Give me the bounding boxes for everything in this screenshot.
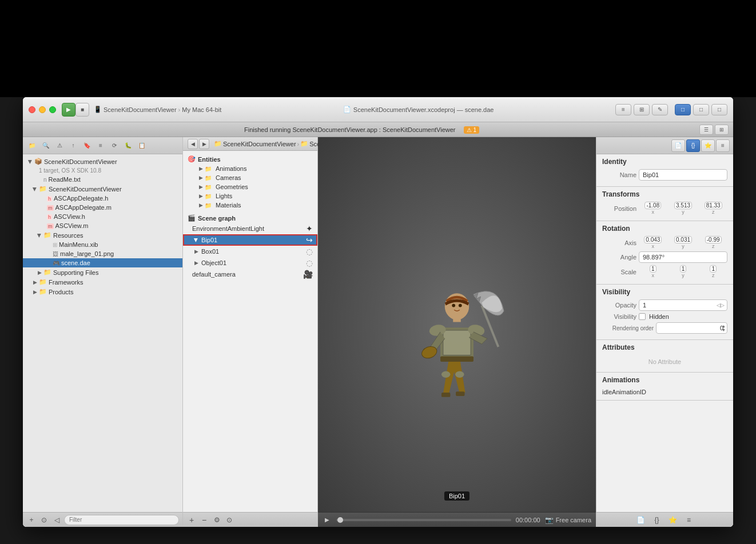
svg-rect-9 [441, 393, 450, 397]
stepper-down[interactable]: ▼ [722, 328, 726, 332]
angle-value[interactable]: 98.897° [639, 251, 727, 263]
inspector-tab-json[interactable]: {} [686, 139, 700, 152]
tree-item-ascview-m[interactable]: ▶ m ASCView.m [23, 221, 182, 230]
scene-item-defaultcamera[interactable]: default_camera 🎥 [183, 269, 317, 280]
stepper-up[interactable]: ▲ [722, 324, 726, 328]
warning-btn[interactable]: ⚠ [54, 140, 65, 151]
vp-play-btn[interactable]: ▶ [323, 515, 332, 525]
svg-point-12 [455, 371, 464, 378]
pos-x-label: x [652, 209, 655, 215]
axis-z-value[interactable]: -0.99 [705, 236, 722, 243]
animation-item-idle: idleAnimationID [602, 387, 727, 397]
vp-scrubber-handle[interactable] [337, 517, 343, 523]
tree-item-ascappdelegate-h[interactable]: ▶ h ASCAppDelegate.h [23, 194, 182, 203]
inspector-bottom-list[interactable]: ≡ [683, 514, 695, 526]
add-file-btn[interactable]: + [26, 515, 37, 525]
tree-item-malepng[interactable]: ▶ 🖼 male_large_01.png [23, 249, 182, 258]
tree-item-project[interactable]: ▶ 📦 SceneKitDocumentViewer [23, 157, 182, 166]
bookmark-btn[interactable]: 🔖 [81, 140, 93, 151]
tree-item-ascview-h[interactable]: ▶ h ASCView.h [23, 212, 182, 221]
tree-item-frameworks[interactable]: ▶ 📁 Frameworks [23, 277, 182, 287]
stop-button[interactable]: ■ [75, 103, 89, 117]
history-btn[interactable]: ⟳ [109, 140, 120, 151]
rotation-section: Rotation Axis 0.043 x [596, 221, 733, 285]
warning-badge[interactable]: ⚠ 1 [464, 126, 479, 134]
scene-item-environment[interactable]: EnvironmentAmbientLight ✦ [183, 223, 317, 234]
inspector-bottom-json[interactable]: {} [651, 514, 663, 526]
axis-y-value[interactable]: 0.031 [674, 236, 692, 243]
view-btn-1[interactable]: ☰ [699, 125, 713, 135]
tree-item-group[interactable]: ▶ 📁 SceneKitDocumentViewer [23, 184, 182, 194]
scene-geometries[interactable]: ▶ 📁 Geometries [183, 182, 317, 191]
tree-item-ascappdelegate-m[interactable]: ▶ m ASCAppDelegate.m [23, 203, 182, 212]
scene-item-bip01[interactable]: ▶ Bip01 ↪ [183, 234, 317, 246]
name-value[interactable]: Bip01 [639, 169, 727, 181]
scene-item-object01[interactable]: ▶ Object01 ◌ [183, 257, 317, 269]
search-btn[interactable]: 🔍 [40, 140, 51, 151]
tree-item-resources[interactable]: ▶ 📁 Resources [23, 230, 182, 240]
maximize-button[interactable] [49, 106, 56, 113]
debug-btn[interactable]: 🐛 [122, 140, 134, 151]
breadcrumb-forward[interactable]: ▶ [199, 139, 209, 149]
inspector-tab-list[interactable]: ≡ [716, 139, 730, 152]
breadcrumb-back[interactable]: ◀ [188, 139, 198, 149]
vp-scrubber[interactable] [336, 519, 511, 521]
scene-cameras[interactable]: ▶ 📁 Cameras [183, 173, 317, 182]
animations-title: Animations [602, 376, 727, 384]
view-btn-2[interactable]: ⊞ [715, 125, 729, 135]
rendering-order-value[interactable]: 0 ▲ ▼ [656, 322, 727, 334]
pos-z-value[interactable]: 81.33 [705, 202, 722, 209]
scale-x-value[interactable]: 1 [650, 265, 656, 273]
close-button[interactable] [29, 106, 35, 113]
ascview-m-icon: m [47, 222, 54, 229]
filter-btn[interactable]: ≡ [95, 140, 106, 151]
axis-x-value[interactable]: 0.043 [644, 236, 662, 243]
scene-animations[interactable]: ▶ 📁 Animations [183, 164, 317, 173]
tree-item-products[interactable]: ▶ 📁 Products [23, 287, 182, 297]
nav-back-btn[interactable]: ◁ [51, 515, 62, 525]
inspector-bottom-star[interactable]: ⭐ [667, 514, 679, 526]
scale-z-value[interactable]: 1 [710, 265, 717, 273]
navigator-toggle[interactable]: ≡ [615, 104, 631, 115]
visibility-row: Visibility Hidden [602, 313, 727, 320]
tree-item-supporting[interactable]: ▶ 📁 Supporting Files [23, 267, 182, 277]
inspector-toggle-1[interactable]: □ [675, 104, 691, 115]
file-filter-input[interactable] [64, 515, 179, 525]
toolbar-btn-3[interactable]: ✎ [652, 104, 668, 115]
scene-filter-btn[interactable]: ⊙ [224, 515, 234, 525]
status-message: Finished running SceneKitDocumentViewer.… [27, 126, 696, 133]
pos-y-value[interactable]: 3.513 [674, 202, 692, 209]
toolbar-btn-2[interactable]: ⊞ [634, 104, 650, 115]
inspector-toggle-2[interactable]: □ [693, 104, 709, 115]
inspector-bottom-file[interactable]: 📄 [635, 514, 647, 526]
scene-settings-btn[interactable]: ⚙ [212, 515, 222, 525]
play-button[interactable]: ▶ [62, 103, 75, 117]
minimize-button[interactable] [39, 106, 46, 113]
report-btn[interactable]: 📋 [136, 140, 148, 151]
tree-item-mainmenu[interactable]: ▶ ⊞ MainMenu.xib [23, 240, 182, 249]
hidden-checkbox[interactable] [639, 313, 646, 320]
pos-x-value[interactable]: -1.08 [644, 202, 661, 209]
scale-y-group: 1 y [669, 265, 698, 278]
scale-x-group: 1 x [639, 265, 667, 278]
scm-btn[interactable]: ↑ [67, 140, 79, 151]
scale-y-label: y [682, 273, 685, 278]
malepng-icon: 🖼 [53, 251, 58, 257]
window-title: SceneKitDocumentViewer.xcodeproj — scene… [353, 106, 494, 113]
tree-item-scenedae[interactable]: ▶ 🎮 scene.dae [23, 258, 182, 267]
opacity-value[interactable]: 1 ◁▷ [639, 299, 727, 311]
folder-icon-btn[interactable]: 📁 [26, 140, 38, 151]
inspector-tab-star[interactable]: ⭐ [701, 139, 715, 152]
scene-remove-btn[interactable]: − [199, 515, 209, 525]
inspector-tab-file[interactable]: 📄 [671, 139, 685, 152]
scale-y-value[interactable]: 1 [680, 265, 687, 273]
scene-materials[interactable]: ▶ 📁 Materials [183, 201, 317, 210]
defaultcamera-label: default_camera [192, 271, 236, 278]
scene-lights[interactable]: ▶ 📁 Lights [183, 191, 317, 201]
scene-add-btn[interactable]: + [186, 515, 197, 525]
scm-history-btn[interactable]: ⊙ [39, 515, 49, 525]
viewport-content[interactable]: Bip01 [318, 137, 596, 512]
inspector-toggle-3[interactable]: □ [711, 104, 727, 115]
tree-item-readme[interactable]: ▶ n ReadMe.txt [23, 175, 182, 184]
scene-item-box01[interactable]: ▶ Box01 ◌ [183, 246, 317, 257]
